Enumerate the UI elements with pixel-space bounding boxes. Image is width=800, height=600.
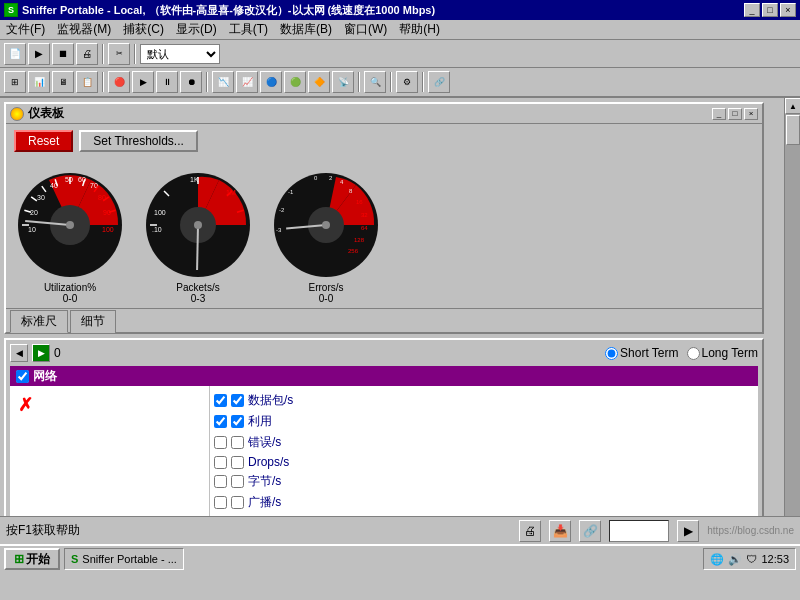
separator1 <box>102 44 104 64</box>
tb2-11[interactable]: 🔵 <box>260 71 282 93</box>
radio-long-term-label: Long Term <box>702 346 758 360</box>
tb-save[interactable]: ⏹ <box>52 43 74 65</box>
svg-point-53 <box>322 221 330 229</box>
tb-new[interactable]: 📄 <box>4 43 26 65</box>
menu-monitor[interactable]: 监视器(M) <box>51 20 117 39</box>
term-radio-group: Short Term Long Term <box>605 346 758 360</box>
dash-maximize[interactable]: □ <box>728 108 742 120</box>
nav-next[interactable]: ▶ <box>32 344 50 362</box>
tb2-16[interactable]: ⚙ <box>396 71 418 93</box>
scroll-up[interactable]: ▲ <box>785 98 800 114</box>
tb-open[interactable]: ▶ <box>28 43 50 65</box>
metric-drops-outer-cb[interactable] <box>214 456 227 469</box>
tb2-10[interactable]: 📈 <box>236 71 258 93</box>
status-icon-1[interactable]: 🖨 <box>519 520 541 542</box>
nav-prev[interactable]: ◀ <box>10 344 28 362</box>
set-thresholds-button[interactable]: Set Thresholds... <box>79 130 198 152</box>
taskbar: ⊞ 开始 S Sniffer Portable - ... 🌐 🔊 🛡 12:5… <box>0 544 800 572</box>
menu-capture[interactable]: 捕获(C) <box>117 20 170 39</box>
reset-button[interactable]: Reset <box>14 130 73 152</box>
app-icon: S <box>4 3 18 17</box>
tb2-1[interactable]: ⊞ <box>4 71 26 93</box>
svg-text:128: 128 <box>354 237 365 243</box>
tb2-14[interactable]: 📡 <box>332 71 354 93</box>
metric-utilization: 利用 <box>214 411 754 432</box>
metric-bytes-outer-cb[interactable] <box>214 475 227 488</box>
radio-long-term-input[interactable] <box>687 347 700 360</box>
dashboard-panel: 仪表板 _ □ × Reset Set Thresholds... <box>4 102 764 334</box>
start-button[interactable]: ⊞ 开始 <box>4 548 60 570</box>
status-help-text: 按F1获取帮助 <box>6 522 80 539</box>
network-section: 网络 ✗ 数据包/s <box>10 366 758 538</box>
menu-file[interactable]: 文件(F) <box>0 20 51 39</box>
tb2-7[interactable]: ⏸ <box>156 71 178 93</box>
tabs-area: 标准尺 细节 <box>6 308 762 332</box>
metric-errors-label: 错误/s <box>248 434 281 451</box>
maximize-button[interactable]: □ <box>762 3 778 17</box>
tb2-6[interactable]: ▶ <box>132 71 154 93</box>
metric-util-inner-cb[interactable] <box>231 415 244 428</box>
separator2 <box>134 44 136 64</box>
svg-text:32: 32 <box>361 212 368 218</box>
tb2-5[interactable]: 🔴 <box>108 71 130 93</box>
svg-text:50: 50 <box>65 176 73 183</box>
scroll-thumb[interactable] <box>786 115 800 145</box>
dash-close[interactable]: × <box>744 108 758 120</box>
tab-detail[interactable]: 细节 <box>70 310 116 333</box>
menu-help[interactable]: 帮助(H) <box>393 20 446 39</box>
tb-print[interactable]: 🖨 <box>76 43 98 65</box>
metric-errors-outer-cb[interactable] <box>214 436 227 449</box>
status-icon-2[interactable]: 📥 <box>549 520 571 542</box>
tb2-8[interactable]: ⏺ <box>180 71 202 93</box>
metric-bc-outer-cb[interactable] <box>214 496 227 509</box>
radio-short-term[interactable]: Short Term <box>605 346 678 360</box>
svg-text:10: 10 <box>28 226 36 233</box>
taskbar-sniffer[interactable]: S Sniffer Portable - ... <box>64 548 184 570</box>
chart-panel: ◀ ▶ 0 Short Term Long Term <box>4 338 764 544</box>
metric-packets-outer-cb[interactable] <box>214 394 227 407</box>
dash-minimize[interactable]: _ <box>712 108 726 120</box>
metric-bc-inner-cb[interactable] <box>231 496 244 509</box>
taskbar-right: 🌐 🔊 🛡 12:53 <box>703 548 796 570</box>
tray-icon-3: 🛡 <box>746 553 757 565</box>
metric-packets-inner-cb[interactable] <box>231 394 244 407</box>
network-checkbox[interactable] <box>16 370 29 383</box>
tb2-4[interactable]: 📋 <box>76 71 98 93</box>
close-button[interactable]: × <box>780 3 796 17</box>
metric-drops-inner-cb[interactable] <box>231 456 244 469</box>
profile-combo[interactable]: 默认 <box>140 44 220 64</box>
menu-tools[interactable]: 工具(T) <box>223 20 274 39</box>
tab-standard[interactable]: 标准尺 <box>10 310 68 333</box>
chart-counter: 0 <box>54 346 74 360</box>
main-scrollbar: ▲ ▼ <box>784 98 800 572</box>
metric-bytes-inner-cb[interactable] <box>231 475 244 488</box>
metric-bytes: 字节/s <box>214 471 754 492</box>
menu-display[interactable]: 显示(D) <box>170 20 223 39</box>
tb2-2[interactable]: 📊 <box>28 71 50 93</box>
watermark: https://blog.csdn.ne <box>707 525 794 536</box>
radio-long-term[interactable]: Long Term <box>687 346 758 360</box>
metric-util-outer-cb[interactable] <box>214 415 227 428</box>
gauge-errors: -3 -2 -1 0 2 4 8 16 32 64 128 256 <box>266 160 386 304</box>
title-bar: S Sniffer Portable - Local, （软件由-高显喜-修改汉… <box>0 0 800 20</box>
menu-window[interactable]: 窗口(W) <box>338 20 393 39</box>
metric-drops-label: Drops/s <box>248 455 289 469</box>
gauge-utilization: 10 20 30 40 50 60 70 80 90 100 <box>10 160 130 304</box>
status-icon-3[interactable]: 🔗 <box>579 520 601 542</box>
tb2-3[interactable]: 🖥 <box>52 71 74 93</box>
svg-text:100: 100 <box>102 226 114 233</box>
radio-short-term-label: Short Term <box>620 346 678 360</box>
svg-text:30: 30 <box>37 194 45 201</box>
tb2-9[interactable]: 📉 <box>212 71 234 93</box>
metric-errors-inner-cb[interactable] <box>231 436 244 449</box>
tb2-12[interactable]: 🟢 <box>284 71 306 93</box>
status-icon-4[interactable]: ▶ <box>677 520 699 542</box>
tb2-17[interactable]: 🔗 <box>428 71 450 93</box>
gauge2-range: 0-3 <box>191 293 205 304</box>
tb-cut[interactable]: ✂ <box>108 43 130 65</box>
radio-short-term-input[interactable] <box>605 347 618 360</box>
tb2-15[interactable]: 🔍 <box>364 71 386 93</box>
minimize-button[interactable]: _ <box>744 3 760 17</box>
menu-database[interactable]: 数据库(B) <box>274 20 338 39</box>
tb2-13[interactable]: 🔶 <box>308 71 330 93</box>
